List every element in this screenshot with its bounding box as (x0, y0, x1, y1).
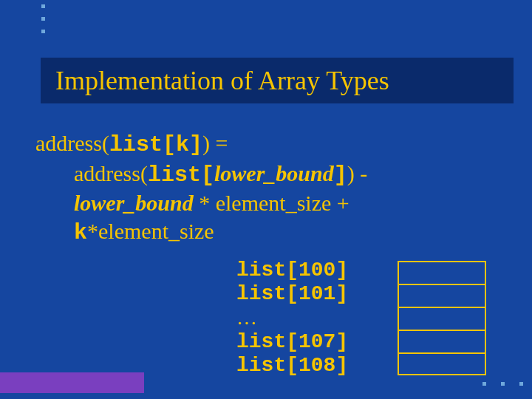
code: ] (334, 163, 347, 188)
text: address( (74, 161, 148, 185)
slide-title: Implementation of Array Types (55, 65, 389, 96)
array-label-ellipsis: … (236, 306, 392, 330)
code: k (74, 220, 87, 245)
code: list[ (148, 163, 214, 188)
formula-line-4: k*element_size (35, 217, 508, 248)
decorative-bullets-top (41, 4, 45, 42)
decorative-bullets-bottom (482, 382, 523, 386)
code-italic: lower_bound (214, 161, 334, 185)
code: list[k] (109, 132, 202, 157)
title-band: Implementation of Array Types (41, 58, 514, 103)
formula-block: address(list[k]) = address(list[lower_bo… (35, 129, 508, 247)
array-cell (398, 352, 486, 375)
array-cells (398, 261, 486, 375)
array-label: list[108] (236, 354, 392, 378)
array-diagram: list[100] list[101] … list[107] list[108… (236, 259, 486, 378)
text: ) = (202, 131, 228, 155)
array-cell (398, 261, 486, 284)
array-cell (398, 330, 486, 352)
bullet-dot (41, 4, 45, 8)
formula-line-2: address(list[lower_bound]) - (35, 160, 508, 190)
text: address( (35, 131, 109, 155)
bullet-dot (41, 17, 45, 21)
accent-bar (0, 372, 144, 393)
bullet-dot (519, 382, 523, 386)
array-labels: list[100] list[101] … list[107] list[108… (236, 259, 392, 378)
array-cell (398, 284, 486, 307)
array-cell (398, 307, 486, 330)
array-label: list[107] (236, 330, 392, 354)
array-label: list[101] (236, 282, 392, 306)
formula-line-1: address(list[k]) = (35, 129, 508, 160)
formula-line-3: lower_bound * element_size + (35, 189, 508, 217)
text: *element_size (87, 219, 214, 243)
code-italic: lower_bound (74, 191, 194, 215)
array-label: list[100] (236, 259, 392, 282)
bullet-dot (41, 30, 45, 33)
text: ) - (347, 161, 367, 185)
text: * element_size + (194, 191, 349, 215)
bullet-dot (501, 382, 505, 386)
bullet-dot (482, 382, 486, 386)
